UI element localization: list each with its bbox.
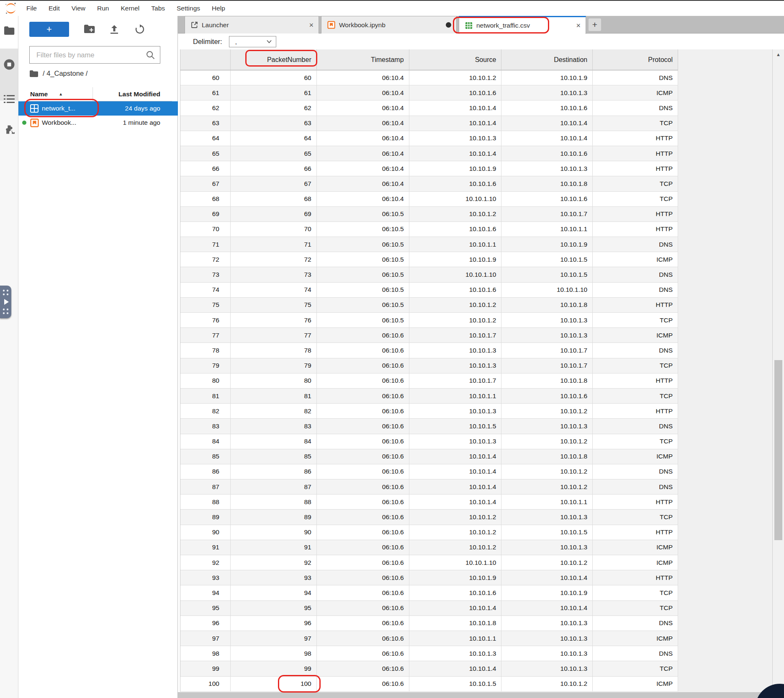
- grid-cell[interactable]: 10.10.1.2: [409, 313, 502, 328]
- grid-cell[interactable]: 06:10.4: [317, 161, 409, 176]
- grid-cell[interactable]: 98: [231, 646, 317, 661]
- row-index-cell[interactable]: 100: [180, 677, 231, 692]
- grid-cell[interactable]: TCP: [593, 192, 678, 207]
- row-index-cell[interactable]: 67: [180, 176, 231, 191]
- grid-cell[interactable]: 10.10.1.3: [501, 328, 593, 343]
- grid-cell[interactable]: 10.10.1.5: [501, 252, 593, 267]
- grid-cell[interactable]: 06:10.6: [317, 601, 409, 616]
- scrollbar-thumb[interactable]: [774, 360, 782, 540]
- grid-cell[interactable]: 69: [231, 207, 317, 222]
- grid-cell[interactable]: TCP: [593, 434, 678, 449]
- grid-cell[interactable]: 06:10.4: [317, 100, 409, 116]
- grid-cell[interactable]: 10.10.1.3: [501, 85, 593, 100]
- row-index-cell[interactable]: 98: [180, 646, 231, 661]
- grid-cell[interactable]: 10.10.1.3: [501, 631, 593, 646]
- row-index-cell[interactable]: 64: [180, 131, 231, 146]
- grid-cell[interactable]: 06:10.4: [317, 116, 409, 131]
- row-index-cell[interactable]: 71: [180, 237, 231, 252]
- grid-cell[interactable]: 60: [231, 70, 317, 85]
- row-index-cell[interactable]: 73: [180, 267, 231, 282]
- file-item-workbook[interactable]: Workbook... 1 minute ago: [18, 116, 178, 130]
- grid-cell[interactable]: 06:10.6: [317, 525, 409, 540]
- grid-cell[interactable]: 10.10.1.2: [501, 464, 593, 479]
- grid-cell[interactable]: 83: [231, 419, 317, 434]
- upload-button[interactable]: [110, 24, 119, 34]
- grid-cell[interactable]: 91: [231, 540, 317, 555]
- grid-cell[interactable]: 89: [231, 510, 317, 525]
- grid-cell[interactable]: HTTP: [593, 525, 678, 540]
- grid-cell[interactable]: 10.10.1.9: [409, 570, 502, 585]
- grid-cell[interactable]: 06:10.4: [317, 131, 409, 146]
- grid-cell[interactable]: HTTP: [593, 207, 678, 222]
- grid-cell[interactable]: 10.10.1.4: [501, 601, 593, 616]
- grid-cell[interactable]: 74: [231, 283, 317, 298]
- row-index-cell[interactable]: 95: [180, 601, 231, 616]
- tab-launcher[interactable]: Launcher ×: [185, 16, 319, 33]
- grid-cell[interactable]: 93: [231, 570, 317, 585]
- grid-cell[interactable]: 10.10.1.3: [501, 540, 593, 555]
- grid-cell[interactable]: 10.10.1.3: [501, 646, 593, 661]
- grid-cell[interactable]: 10.10.1.1: [501, 495, 593, 510]
- row-index-cell[interactable]: 99: [180, 661, 231, 676]
- grid-cell[interactable]: 94: [231, 585, 317, 600]
- grid-cell[interactable]: 06:10.6: [317, 555, 409, 570]
- grid-cell[interactable]: 10.10.1.8: [501, 298, 593, 313]
- vertical-scrollbar[interactable]: ▲ ▼: [772, 49, 784, 692]
- grid-cell[interactable]: ICMP: [593, 540, 678, 555]
- grid-cell[interactable]: HTTP: [593, 222, 678, 237]
- grid-cell[interactable]: 06:10.5: [317, 207, 409, 222]
- grid-cell[interactable]: 70: [231, 222, 317, 237]
- grid-cell[interactable]: ICMP: [593, 449, 678, 464]
- row-index-cell[interactable]: 74: [180, 283, 231, 298]
- running-kernels-icon[interactable]: [0, 59, 18, 70]
- grid-cell[interactable]: 65: [231, 146, 317, 161]
- grid-cell[interactable]: 10.10.1.3: [409, 404, 502, 419]
- column-header-destination[interactable]: Destination: [501, 49, 593, 70]
- grid-cell[interactable]: 10.10.1.5: [501, 267, 593, 282]
- row-index-cell[interactable]: 88: [180, 495, 231, 510]
- grid-cell[interactable]: 06:10.6: [317, 358, 409, 373]
- grid-cell[interactable]: 10.10.1.4: [409, 495, 502, 510]
- menu-kernel[interactable]: Kernel: [115, 5, 145, 12]
- row-index-cell[interactable]: 76: [180, 313, 231, 328]
- grid-cell[interactable]: DNS: [593, 646, 678, 661]
- grid-cell[interactable]: 10.10.1.8: [409, 616, 502, 631]
- grid-cell[interactable]: 61: [231, 85, 317, 100]
- row-index-cell[interactable]: 65: [180, 146, 231, 161]
- grid-cell[interactable]: ICMP: [593, 85, 678, 100]
- grid-cell[interactable]: 10.10.1.2: [409, 298, 502, 313]
- grid-cell[interactable]: 10.10.1.4: [501, 570, 593, 585]
- grid-cell[interactable]: ICMP: [593, 677, 678, 692]
- grid-cell[interactable]: 71: [231, 237, 317, 252]
- refresh-button[interactable]: [135, 24, 145, 34]
- grid-cell[interactable]: TCP: [593, 510, 678, 525]
- new-launcher-button[interactable]: +: [29, 22, 69, 37]
- grid-cell[interactable]: 10.10.1.8: [501, 176, 593, 191]
- row-index-cell[interactable]: 78: [180, 343, 231, 358]
- grid-cell[interactable]: 10.10.1.10: [501, 283, 593, 298]
- grid-cell[interactable]: 06:10.6: [317, 540, 409, 555]
- row-index-cell[interactable]: 91: [180, 540, 231, 555]
- grid-cell[interactable]: 76: [231, 313, 317, 328]
- grid-cell[interactable]: 06:10.6: [317, 479, 409, 495]
- grid-cell[interactable]: 10.10.1.4: [501, 131, 593, 146]
- grid-cell[interactable]: 64: [231, 131, 317, 146]
- row-index-cell[interactable]: 84: [180, 434, 231, 449]
- row-index-cell[interactable]: 75: [180, 298, 231, 313]
- grid-cell[interactable]: TCP: [593, 176, 678, 191]
- grid-cell[interactable]: 06:10.5: [317, 283, 409, 298]
- row-index-cell[interactable]: 77: [180, 328, 231, 343]
- grid-cell[interactable]: 10.10.1.4: [409, 116, 502, 131]
- grid-cell[interactable]: 10.10.1.4: [501, 116, 593, 131]
- grid-cell[interactable]: 06:10.4: [317, 176, 409, 191]
- grid-cell[interactable]: 67: [231, 176, 317, 191]
- file-browser-icon[interactable]: [0, 26, 18, 35]
- grid-cell[interactable]: DNS: [593, 479, 678, 495]
- grid-cell[interactable]: ICMP: [593, 631, 678, 646]
- grid-cell[interactable]: 10.10.1.9: [501, 585, 593, 600]
- grid-cell[interactable]: 06:10.6: [317, 449, 409, 464]
- tab-workbook[interactable]: Workbook.ipynb: [321, 16, 457, 33]
- grid-cell[interactable]: 10.10.1.9: [501, 70, 593, 85]
- grid-cell[interactable]: 10.10.1.6: [409, 176, 502, 191]
- grid-cell[interactable]: DNS: [593, 616, 678, 631]
